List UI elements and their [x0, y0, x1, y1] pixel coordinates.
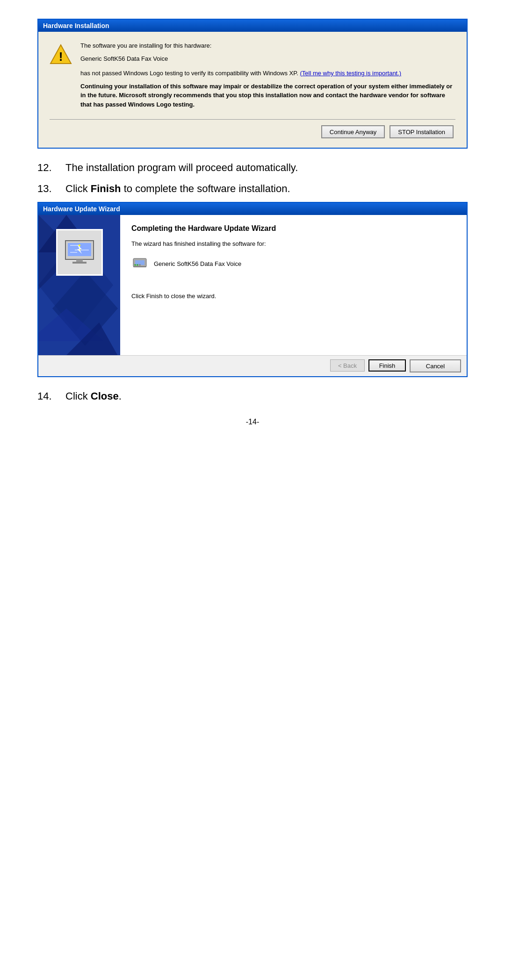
svg-point-16	[79, 244, 80, 246]
wizard-device-row: Generic SoftK56 Data Fax Voice	[131, 254, 455, 274]
svg-rect-18	[76, 259, 83, 262]
wizard-buttons: < Back Finish Cancel	[38, 355, 467, 376]
stop-installation-button[interactable]: STOP Installation	[390, 125, 454, 138]
instruction-12-number: 12.	[37, 160, 65, 175]
instruction-14: 14. Click Close.	[37, 388, 468, 404]
wizard-subtitle: The wizard has finished installing the s…	[131, 240, 455, 247]
wizard-right-panel: Completing the Hardware Update Wizard Th…	[120, 215, 467, 355]
instruction-13-text: Click Finish to complete the software in…	[65, 181, 290, 196]
back-button[interactable]: < Back	[330, 359, 365, 372]
device-icon	[131, 254, 148, 274]
cancel-button[interactable]: Cancel	[410, 359, 461, 372]
svg-rect-19	[72, 262, 87, 264]
svg-text:!: !	[59, 50, 63, 64]
instruction-12: 12. The installation program will procee…	[37, 160, 468, 175]
instruction-12-text: The installation program will proceed au…	[65, 160, 298, 175]
wizard-left-panel	[38, 215, 120, 355]
svg-point-24	[137, 264, 138, 266]
dialog1-titlebar: Hardware Installation	[38, 20, 467, 32]
instruction-14-number: 14.	[37, 388, 65, 404]
instruction-13: 13. Click Finish to complete the softwar…	[37, 181, 468, 196]
instruction-14-text: Click Close.	[65, 388, 122, 404]
svg-point-23	[134, 264, 136, 266]
instruction-13-number: 13.	[37, 181, 65, 196]
wizard-completion-title: Completing the Hardware Update Wizard	[131, 224, 455, 233]
testing-link[interactable]: (Tell me why this testing is important.)	[300, 70, 401, 77]
wizard-graphic	[56, 229, 103, 276]
hardware-installation-dialog: Hardware Installation ! The software you…	[37, 19, 468, 149]
page-number: -14-	[37, 418, 468, 426]
finish-button[interactable]: Finish	[368, 359, 406, 372]
dialog1-device: Generic SoftK56 Data Fax Voice	[80, 54, 455, 64]
dialog1-text: The software you are installing for this…	[80, 41, 455, 113]
dialog1-line1: The software you are installing for this…	[80, 41, 455, 50]
wizard-close-text: Click Finish to close the wizard.	[131, 293, 455, 300]
dialog2-titlebar: Hardware Update Wizard	[38, 203, 467, 215]
dialog2-title: Hardware Update Wizard	[43, 205, 120, 213]
hardware-update-wizard-dialog: Hardware Update Wizard	[37, 202, 468, 377]
dialog1-line2: has not passed Windows Logo testing to v…	[80, 69, 455, 78]
dialog1-title: Hardware Installation	[43, 22, 109, 29]
dialog1-warning-bold: Continuing your installation of this sof…	[80, 82, 455, 109]
svg-point-25	[139, 264, 141, 266]
wizard-device-name: Generic SoftK56 Data Fax Voice	[154, 260, 241, 267]
dialog1-separator	[50, 119, 455, 120]
warning-icon: !	[50, 43, 72, 65]
continue-anyway-button[interactable]: Continue Anyway	[321, 125, 385, 138]
dialog1-buttons: Continue Anyway STOP Installation	[50, 125, 455, 140]
